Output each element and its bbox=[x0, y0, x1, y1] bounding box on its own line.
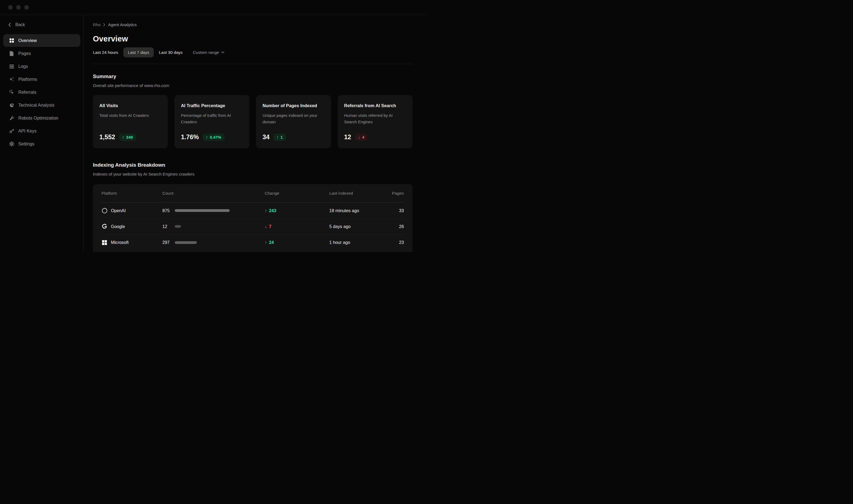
gear-icon bbox=[9, 141, 14, 146]
sidebar-item-pages[interactable]: Pages bbox=[3, 47, 80, 60]
tab-last-24-hours[interactable]: Last 24 hours bbox=[93, 48, 123, 57]
column-header-pages: Pages bbox=[380, 191, 404, 196]
key-icon bbox=[9, 128, 14, 133]
stat-value: 34 bbox=[262, 133, 270, 141]
column-header-change: Change bbox=[265, 191, 329, 196]
chevron-left-icon bbox=[8, 23, 11, 27]
section-divider bbox=[93, 64, 413, 64]
count-value: 875 bbox=[162, 208, 175, 213]
column-header-last-indexed: Last indexed bbox=[329, 191, 380, 196]
table-header-row: Platform Count Change Last indexed Pages bbox=[102, 184, 404, 203]
breadcrumb-root[interactable]: Rho bbox=[93, 22, 101, 27]
window-titlebar bbox=[0, 0, 426, 15]
sidebar: Back Overview Pages Logs bbox=[0, 15, 84, 252]
breadcrumb: Rho Agent Analytics bbox=[93, 22, 413, 27]
breadcrumb-current: Agent Analytics bbox=[108, 22, 137, 27]
sidebar-item-overview[interactable]: Overview bbox=[3, 34, 80, 47]
summary-section-title: Summary bbox=[93, 74, 413, 79]
indexing-table: Platform Count Change Last indexed Pages… bbox=[93, 184, 413, 252]
cursor-click-icon bbox=[9, 90, 14, 95]
platform-name: Google bbox=[111, 224, 125, 229]
sidebar-item-label: Technical Analysis bbox=[18, 103, 54, 108]
change-badge: ↓ 4 bbox=[355, 133, 367, 141]
sidebar-item-robots-optimization[interactable]: Robots Optimization bbox=[3, 112, 80, 124]
main-content: Rho Agent Analytics Overview Last 24 hou… bbox=[84, 15, 426, 252]
arrow-up-icon: ↑ bbox=[276, 135, 279, 140]
table-row-microsoft: Microsoft 297 ↑ 24 1 hour ago 23 bbox=[102, 234, 404, 250]
sidebar-item-logs[interactable]: Logs bbox=[3, 60, 80, 73]
change-cell: ↑ 24 bbox=[265, 240, 329, 245]
sidebar-item-referrals[interactable]: Referrals bbox=[3, 86, 80, 98]
stat-card-all-visits: All Visits Total visits from AI Crawlers… bbox=[93, 95, 168, 148]
stat-card-title: AI Traffic Percentage bbox=[181, 103, 243, 108]
indexing-section-title: Indexing Analysis Breakdown bbox=[93, 162, 413, 167]
stat-card-title: Number of Pages Indexed bbox=[262, 103, 324, 108]
count-bar bbox=[175, 241, 197, 244]
indexing-section-subtitle: Indexes of your website by AI Search Eng… bbox=[93, 172, 413, 176]
sparkles-icon bbox=[9, 77, 14, 82]
stat-card-title: All Visits bbox=[99, 103, 161, 108]
stat-value: 1.76% bbox=[181, 133, 199, 141]
openai-logo-icon bbox=[102, 208, 107, 214]
change-value: 4 bbox=[362, 135, 364, 140]
last-indexed-value: 1 hour ago bbox=[329, 240, 380, 245]
stat-card-subtitle: Total visits from AI Crawlers bbox=[99, 112, 155, 119]
sidebar-item-label: Settings bbox=[18, 141, 34, 146]
window-control-dot[interactable] bbox=[24, 5, 29, 10]
page-title: Overview bbox=[93, 35, 413, 43]
document-icon bbox=[9, 51, 14, 56]
window-control-dot[interactable] bbox=[16, 5, 21, 10]
change-badge: ↑ 349 bbox=[119, 133, 136, 141]
summary-section-subtitle: Overall site performance of www.rho.com bbox=[93, 84, 413, 88]
sidebar-item-technical-analysis[interactable]: Technical Analysis bbox=[3, 99, 80, 111]
sidebar-item-api-keys[interactable]: API Keys bbox=[3, 125, 80, 137]
sidebar-item-label: Overview bbox=[18, 38, 37, 43]
table-row-google: Google 12 ↓ 7 5 days ago 26 bbox=[102, 219, 404, 234]
pie-chart-icon bbox=[9, 103, 14, 108]
breadcrumb-chevron-icon bbox=[103, 23, 105, 26]
column-header-platform: Platform bbox=[102, 191, 162, 196]
count-bar bbox=[175, 225, 181, 228]
change-badge: ↑ 1 bbox=[273, 133, 286, 141]
stat-card-subtitle: Human visits referred by AI Search Engin… bbox=[344, 112, 400, 125]
change-cell: ↓ 7 bbox=[265, 224, 329, 229]
stat-card-ai-traffic-percentage: AI Traffic Percentage Percentage of traf… bbox=[175, 95, 249, 148]
arrow-down-icon: ↓ bbox=[358, 135, 360, 140]
change-badge: ↑ 0.47% bbox=[203, 133, 224, 141]
arrow-up-icon: ↑ bbox=[265, 208, 267, 213]
change-cell: ↑ 243 bbox=[265, 208, 329, 213]
stat-value: 1,552 bbox=[99, 133, 115, 141]
google-logo-icon bbox=[102, 223, 107, 229]
last-indexed-value: 18 minutes ago bbox=[329, 208, 380, 213]
change-value: 1 bbox=[280, 135, 283, 140]
stat-card-title: Referrals from AI Search bbox=[344, 103, 406, 108]
count-bar bbox=[175, 209, 230, 212]
stat-card-subtitle: Unique pages indexed on your domain bbox=[262, 112, 318, 125]
tab-last-7-days[interactable]: Last 7 days bbox=[123, 48, 154, 57]
platform-name: Microsoft bbox=[111, 240, 129, 245]
back-button[interactable]: Back bbox=[8, 22, 84, 27]
microsoft-logo-icon bbox=[102, 240, 107, 246]
sidebar-item-settings[interactable]: Settings bbox=[3, 138, 80, 150]
pages-value: 33 bbox=[380, 208, 404, 213]
sidebar-item-label: Logs bbox=[18, 64, 28, 69]
column-header-count: Count bbox=[162, 191, 265, 196]
sidebar-item-label: API Keys bbox=[18, 128, 37, 133]
sidebar-item-label: Platforms bbox=[18, 77, 37, 82]
tab-last-30-days[interactable]: Last 30 days bbox=[154, 48, 188, 57]
summary-cards: All Visits Total visits from AI Crawlers… bbox=[93, 95, 413, 148]
sidebar-item-label: Pages bbox=[18, 51, 31, 56]
last-indexed-value: 5 days ago bbox=[329, 224, 380, 229]
arrow-up-icon: ↑ bbox=[206, 135, 208, 140]
platform-name: OpenAI bbox=[111, 208, 126, 213]
stat-value: 12 bbox=[344, 133, 351, 141]
sidebar-nav: Overview Pages Logs Platforms bbox=[3, 34, 80, 150]
change-value: 0.47% bbox=[210, 135, 221, 140]
custom-range-dropdown[interactable]: Custom range bbox=[188, 48, 230, 57]
arrow-up-icon: ↑ bbox=[265, 240, 267, 245]
sidebar-item-platforms[interactable]: Platforms bbox=[3, 73, 80, 86]
stat-card-referrals-ai-search: Referrals from AI Search Human visits re… bbox=[338, 95, 413, 148]
window-control-dot[interactable] bbox=[8, 5, 13, 10]
stat-card-pages-indexed: Number of Pages Indexed Unique pages ind… bbox=[256, 95, 331, 148]
arrow-down-icon: ↓ bbox=[265, 224, 267, 229]
